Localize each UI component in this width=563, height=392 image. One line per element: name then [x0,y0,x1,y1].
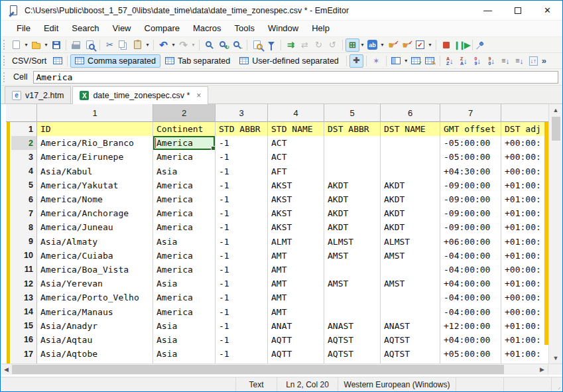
csv-mode-button[interactable] [50,54,64,68]
grid-cell[interactable]: ALMT [268,235,324,249]
grid-cell[interactable]: -1 [216,136,268,150]
grid-cell[interactable]: -09:00:00 [440,192,501,206]
grid-cell[interactable]: Asia [153,333,216,347]
horizontal-scrollbar[interactable]: ◀ ▶ [1,363,562,375]
grid-cell[interactable] [381,304,440,318]
compare-refresh-button[interactable]: ↻ [312,38,326,52]
menu-window[interactable]: Window [261,21,305,36]
grid-cell[interactable] [324,164,381,178]
grid-header-cell[interactable]: Continent [153,122,216,136]
grid-cell[interactable]: -05:00:00 [440,150,501,164]
grid-cell[interactable]: +00:00: [501,263,550,277]
grid-cell[interactable] [381,291,440,304]
row-number[interactable]: 3 [11,150,37,164]
outline-dropdown[interactable]: ▾ [359,42,365,48]
grid-cell[interactable]: Asia [153,235,216,249]
grid-cell[interactable]: +00:00: [501,164,550,178]
grid-cell[interactable]: ACT [268,136,324,150]
grid-cell[interactable]: -1 [216,178,268,192]
find-button[interactable] [202,38,216,52]
sort-longer-button[interactable]: ≡↓ [513,54,527,68]
column-header-6[interactable]: 6 [381,104,440,122]
grid-cell[interactable] [324,150,381,164]
grid-cell[interactable]: ALMST [324,235,381,249]
column-header-4[interactable]: 4 [268,104,324,122]
grid-cell[interactable]: -09:00:00 [440,178,501,192]
new-file-button[interactable] [9,38,23,52]
grid-cell[interactable]: AMST [324,249,381,263]
grid-cell[interactable]: Asia [153,164,216,178]
grid-cell[interactable] [381,263,440,277]
grid-cell[interactable]: -09:00:00 [440,206,501,220]
grid-cell[interactable]: -04:00:00 [440,249,501,263]
menu-macros[interactable]: Macros [186,21,228,36]
grid-cell[interactable]: ACT [268,150,324,164]
save-button[interactable] [49,38,63,52]
row-number[interactable]: 6 [11,192,37,206]
grid-cell[interactable]: -1 [216,220,268,234]
comma-separated-button[interactable]: Comma separated [70,54,160,68]
grid-header-cell[interactable]: DST ABBR [324,122,381,136]
row-number[interactable]: 2 [11,136,37,150]
grid-cell[interactable]: AKST [268,206,324,220]
play-macro-button[interactable]: ❙❙▶ [453,38,469,52]
grid-cell[interactable]: -1 [216,235,268,249]
compare-reset-button[interactable]: ↺ [326,38,340,52]
manage-columns-button[interactable] [389,54,403,68]
sort-ascending-number-button[interactable]: 09↓ [471,54,485,68]
menu-search[interactable]: Search [65,21,105,36]
grid-cell[interactable]: AKDT [381,192,440,206]
compare-button[interactable]: ⇉ [284,38,298,52]
grid-cell[interactable]: ANAST [381,319,440,333]
open-file-dropdown[interactable]: ▾ [43,42,49,48]
macro-list-button[interactable] [413,38,427,52]
csv-toolbar-grip[interactable] [3,56,7,66]
grid-cell[interactable]: AQTST [324,333,381,347]
grid-cell[interactable]: +01:00: [501,192,550,206]
grid-cell[interactable]: -05:00:00 [440,136,501,150]
run-macro-button[interactable]: ☛ [399,38,413,52]
grid-cell[interactable]: AKDT [324,206,381,220]
reverse-sort-button[interactable]: ↓↑ [527,54,540,68]
grid-cell[interactable]: +06:00:00 [440,235,501,249]
grid-cell[interactable]: AQTT [268,347,324,361]
grid-cell[interactable]: ANAST [324,319,381,333]
grid-cell[interactable]: America/Porto_Velho [37,291,153,304]
grid-cell[interactable]: -1 [216,249,268,263]
cell-value-input[interactable] [33,71,558,84]
grid-cell[interactable]: +01:00: [501,235,550,249]
grid-cell[interactable] [324,291,381,304]
column-header-2[interactable]: 2 [153,104,216,122]
grid-cell[interactable]: AKDT [324,178,381,192]
tab-close-icon[interactable]: × [196,91,201,100]
grid-cell[interactable]: -1 [216,304,268,318]
grid-cell[interactable]: America/Rio_Branco [37,136,153,150]
horizontal-scroll-track[interactable] [504,364,536,375]
grid-cell[interactable]: America/Juneau [37,220,153,234]
grid-cell[interactable]: America [153,263,216,277]
status-cursor-position[interactable]: Ln 2, Col 20 [277,377,338,391]
grid-corner-cell[interactable] [6,104,37,122]
grid-cell[interactable]: America [153,192,216,206]
print-preview-button[interactable] [83,38,97,52]
sort-shorter-button[interactable]: ≡↓ [499,54,513,68]
status-encoding[interactable]: Western European (Windows) [338,377,456,391]
grid-cell[interactable]: -1 [216,150,268,164]
row-number[interactable]: 11 [11,263,37,277]
grid-cell[interactable]: AMT [268,291,324,304]
scroll-right-arrow[interactable]: ▶ [536,364,548,375]
grid-cell[interactable] [381,150,440,164]
grid-cell[interactable]: AKST [268,192,324,206]
grid-cell[interactable] [324,263,381,277]
grid-cell[interactable]: -09:00:00 [440,220,501,234]
tab-date-time-zonespec-csv[interactable]: X date_time_zonespec.csv * × [72,86,208,104]
toolbar-overflow-button[interactable]: » [542,56,546,66]
grid-cell[interactable]: America [153,206,216,220]
grid-cell[interactable]: -04:00:00 [440,304,501,318]
grid-cell[interactable]: Asia/Yerevan [37,277,153,291]
undo-dropdown[interactable]: ▾ [170,42,176,48]
grid-cell[interactable]: +00:00: [501,361,550,363]
grid-header-cell[interactable]: ID [37,122,153,136]
grid-cell[interactable]: +01:00: [501,206,550,220]
undo-button[interactable]: ↶ [156,38,170,52]
